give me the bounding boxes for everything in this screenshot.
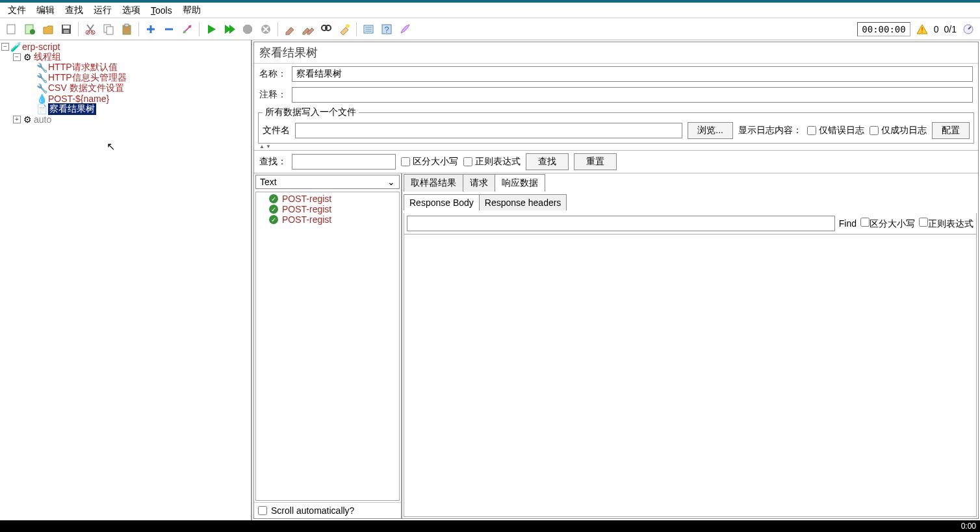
separator (356, 22, 357, 36)
expand-icon[interactable] (142, 21, 159, 38)
result-row[interactable]: ✓POST-regist (257, 194, 398, 204)
reset-button[interactable]: 重置 (574, 153, 617, 170)
search-input[interactable] (292, 154, 396, 170)
tab-sampler-result[interactable]: 取样器结果 (404, 174, 463, 192)
separator (199, 22, 200, 36)
reset-search-icon[interactable] (336, 21, 353, 38)
separator (277, 22, 278, 36)
menu-file[interactable]: 文件 (3, 3, 31, 18)
svg-point-15 (183, 31, 186, 33)
thread-count: 0/1 (944, 24, 957, 34)
find-case-checkbox[interactable] (860, 218, 870, 227)
template-icon[interactable] (21, 21, 38, 38)
browse-button[interactable]: 浏览... (688, 122, 733, 139)
wrench-icon: 🔧 (36, 83, 47, 94)
regex-checkbox[interactable] (463, 157, 472, 166)
save-icon[interactable] (58, 21, 75, 38)
copy-icon[interactable] (100, 21, 117, 38)
menu-tools[interactable]: Tools (146, 4, 177, 17)
response-body-area[interactable] (404, 234, 977, 517)
help-icon[interactable]: ? (378, 21, 395, 38)
subtab-response-body[interactable]: Response Body (404, 194, 480, 210)
shutdown-icon[interactable] (257, 21, 274, 38)
menu-options[interactable]: 选项 (117, 3, 146, 18)
gauge-icon[interactable] (960, 21, 977, 38)
tree-item-selected[interactable]: 察看结果树 (48, 103, 96, 115)
menu-edit[interactable]: 编辑 (31, 3, 60, 18)
name-input[interactable] (292, 66, 973, 82)
gear-icon: ⚙ (22, 114, 32, 125)
tab-response-data[interactable]: 响应数据 (495, 174, 545, 192)
name-label: 名称： (259, 68, 287, 80)
test-plan-tree[interactable]: −🧪erp-script −⚙线程组 🔧HTTP请求默认值 🔧HTTP信息头管理… (0, 40, 252, 520)
tree-item[interactable]: POST-${name} (48, 94, 109, 104)
subtab-response-headers[interactable]: Response headers (479, 194, 567, 210)
result-tabs: 取样器结果 请求 响应数据 (404, 175, 977, 192)
only-error-label: 仅错误日志 (819, 125, 864, 136)
wrench-icon: 🔧 (36, 73, 47, 83)
find-input[interactable] (407, 216, 835, 231)
success-icon: ✓ (269, 215, 278, 224)
paste-icon[interactable] (118, 21, 135, 38)
clear-all-icon[interactable] (300, 21, 316, 38)
tree-expand-icon[interactable]: + (13, 116, 21, 123)
menu-run[interactable]: 运行 (88, 3, 117, 18)
new-icon[interactable] (3, 21, 20, 38)
tab-request[interactable]: 请求 (463, 174, 495, 192)
tree-item[interactable]: CSV 数据文件设置 (48, 82, 124, 94)
toggle-icon[interactable] (179, 21, 196, 38)
find-case-label: 区分大小写 (870, 218, 915, 229)
only-success-checkbox[interactable] (870, 126, 879, 135)
result-row[interactable]: ✓POST-regist (257, 214, 398, 225)
file-legend: 所有数据写入一个文件 (263, 107, 359, 118)
tree-root-label[interactable]: erp-script (22, 42, 60, 52)
result-row[interactable]: ✓POST-regist (257, 204, 398, 214)
configure-button[interactable]: 配置 (932, 122, 970, 139)
taskbar-time: 0:00 (961, 522, 976, 531)
svg-rect-5 (64, 30, 69, 33)
svg-point-16 (188, 25, 191, 28)
svg-text:!: ! (921, 26, 923, 34)
comment-input[interactable] (292, 87, 973, 103)
filename-input[interactable] (295, 123, 682, 138)
scroll-auto-checkbox[interactable] (258, 506, 267, 515)
search-button[interactable]: 查找 (526, 153, 569, 170)
function-helper-icon[interactable] (360, 21, 377, 38)
start-icon[interactable] (203, 21, 220, 38)
results-tree[interactable]: ✓POST-regist ✓POST-regist ✓POST-regist (255, 192, 400, 501)
find-button[interactable]: Find (839, 218, 857, 229)
elapsed-timer: 00:00:00 (857, 22, 910, 36)
success-icon: ✓ (269, 205, 278, 214)
start-no-timers-icon[interactable] (221, 21, 238, 38)
log-display-label: 显示日志内容： (738, 125, 802, 136)
beaker-icon: 🧪 (10, 42, 21, 52)
find-regex-checkbox[interactable] (919, 218, 928, 227)
tree-collapse-icon[interactable]: − (1, 43, 9, 51)
tree-auto[interactable]: auto (34, 114, 51, 125)
svg-rect-11 (125, 24, 129, 27)
warning-icon[interactable]: ! (914, 21, 931, 38)
only-error-checkbox[interactable] (807, 126, 816, 135)
open-icon[interactable] (40, 21, 57, 38)
result-label: POST-regist (282, 194, 331, 204)
renderer-select[interactable]: Text ⌄ (255, 175, 400, 189)
case-checkbox[interactable] (401, 157, 410, 166)
clear-icon[interactable] (281, 21, 298, 38)
results-right-panel: 取样器结果 请求 响应数据 Response Body Response hea… (402, 173, 978, 518)
split-handle[interactable] (254, 145, 978, 150)
feather-icon[interactable] (396, 21, 413, 38)
search-tool-icon[interactable] (318, 21, 335, 38)
cut-icon[interactable] (82, 21, 99, 38)
svg-point-23 (346, 24, 350, 28)
tree-collapse-icon[interactable]: − (13, 53, 21, 61)
filename-label: 文件名 (263, 125, 290, 136)
stop-icon[interactable] (239, 21, 256, 38)
chevron-down-icon: ⌄ (387, 177, 395, 187)
menu-help[interactable]: 帮助 (177, 3, 206, 18)
menu-search[interactable]: 查找 (60, 3, 88, 18)
scroll-auto-label: Scroll automatically? (271, 505, 354, 516)
result-label: POST-regist (282, 214, 331, 225)
collapse-icon[interactable] (161, 21, 177, 38)
only-success-label: 仅成功日志 (881, 125, 927, 136)
renderer-value: Text (260, 177, 277, 187)
